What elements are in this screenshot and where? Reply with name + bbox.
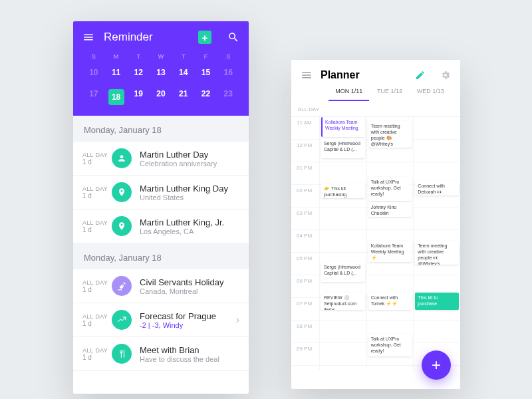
pin-icon bbox=[112, 216, 132, 236]
edit-icon[interactable] bbox=[415, 70, 426, 80]
calendar-day[interactable]: 11 bbox=[105, 64, 128, 81]
event-subtitle: Canada, Montreal bbox=[140, 287, 223, 295]
planner-card[interactable]: Serge (Hrenwood Capital & LD (... bbox=[321, 138, 365, 158]
planner-card[interactable]: Teem meeting with creative people 👀 @Whi… bbox=[415, 241, 459, 265]
calendar-day[interactable]: 15 bbox=[195, 64, 217, 81]
event-duration: 1 d bbox=[82, 320, 112, 327]
calendar-day[interactable]: 21 bbox=[172, 85, 195, 109]
hour-label: 06 PM bbox=[291, 275, 319, 297]
hour-label: 10 PM bbox=[291, 366, 319, 370]
event-duration: 1 d bbox=[82, 354, 112, 361]
gavel-icon bbox=[112, 276, 132, 296]
date-tab[interactable]: TUE 1/12 bbox=[369, 88, 410, 101]
event-item[interactable]: ALL DAY1 d Civil Servants HolidayCanada,… bbox=[73, 269, 249, 303]
calendar-day[interactable]: 20 bbox=[150, 85, 172, 109]
hour-label: 09 PM bbox=[291, 343, 319, 365]
hour-label: 08 PM bbox=[291, 321, 319, 342]
planner-grid: 11 AM12 PM01 PM02 PM03 PM04 PM05 PM06 PM… bbox=[291, 117, 460, 370]
weekday-label: T bbox=[127, 53, 150, 60]
event-badge: ALL DAY bbox=[82, 313, 112, 320]
weekday-label: S bbox=[82, 53, 105, 60]
event-item[interactable]: ALL DAY1 d Forecast for Prague-2 | -3, W… bbox=[73, 303, 249, 337]
planner-card[interactable]: Johnny Kino Checklin bbox=[368, 202, 412, 217]
menu-icon[interactable] bbox=[301, 69, 313, 81]
menu-icon[interactable] bbox=[82, 31, 94, 43]
weekday-label: W bbox=[150, 53, 172, 60]
event-badge: ALL DAY bbox=[82, 152, 112, 158]
planner-card[interactable]: Serge (Hrenwood Capital & LD (... bbox=[321, 262, 365, 282]
calendar-day[interactable]: 14 bbox=[172, 64, 195, 81]
section-title: Monday, January 18 bbox=[73, 243, 249, 269]
event-item[interactable]: ALL DAY1 d Meet with BrianHave to discus… bbox=[73, 337, 249, 371]
search-icon[interactable] bbox=[227, 31, 239, 43]
event-subtitle: United States bbox=[140, 194, 228, 201]
event-duration: 1 d bbox=[82, 158, 112, 166]
event-sections: Monday, January 18 ALL DAY1 d Martin Lut… bbox=[73, 116, 249, 371]
hour-label: 02 PM bbox=[291, 185, 319, 207]
event-badge: ALL DAY bbox=[82, 219, 112, 226]
calendar-day[interactable]: 17 bbox=[82, 85, 105, 109]
calendar-day[interactable]: 18 bbox=[105, 85, 128, 109]
event-title: Martin Luther King Day bbox=[140, 184, 228, 194]
event-badge: ALL DAY bbox=[82, 347, 112, 354]
weekday-label: F bbox=[195, 53, 217, 60]
event-title: Forecast for Prague bbox=[140, 311, 216, 321]
date-tab[interactable]: WED 1/13 bbox=[410, 88, 451, 101]
planner-card[interactable]: Connect with Tomek ⚡⚡ bbox=[368, 293, 412, 310]
planner-card[interactable]: This kit to purchase bbox=[415, 293, 459, 310]
event-item[interactable]: ALL DAY1 d Martin Luther DayCelebration … bbox=[73, 142, 249, 176]
event-title: Civil Servants Holiday bbox=[140, 277, 223, 287]
calendar-day[interactable]: 23 bbox=[217, 85, 239, 109]
event-title: Martin Luther King, Jr. bbox=[140, 217, 224, 227]
planner-card[interactable]: Kollabora Team Weekly Meeting bbox=[321, 117, 365, 137]
event-subtitle: Have to discuss the deal bbox=[140, 355, 219, 363]
app-title: Planner bbox=[321, 69, 407, 81]
calendar-day[interactable]: 19 bbox=[127, 85, 150, 109]
calendar-day[interactable]: 16 bbox=[217, 64, 239, 81]
planner-card[interactable]: Connect with Deborah 👀 bbox=[415, 181, 459, 196]
planner-card[interactable]: Talk at UXPro workshop. Get ready! bbox=[368, 334, 412, 356]
event-badge: ALL DAY bbox=[82, 186, 112, 192]
planner-app: Planner MON 1/11TUE 1/12WED 1/13 ALL DAY… bbox=[291, 60, 460, 389]
calendar-day[interactable]: 22 bbox=[195, 85, 217, 109]
hour-label: 11 AM bbox=[291, 117, 319, 139]
event-title: Meet with Brian bbox=[140, 345, 219, 355]
chevron-right-icon: › bbox=[236, 314, 239, 326]
event-item[interactable]: ALL DAY1 d Martin Luther King DayUnited … bbox=[73, 176, 249, 209]
event-duration: 1 d bbox=[82, 192, 112, 200]
event-duration: 1 d bbox=[82, 286, 112, 293]
hour-label: 05 PM bbox=[291, 253, 319, 275]
calendar-header: Reminder + SMTWTFS 101112131415161718192… bbox=[73, 21, 249, 116]
event-subtitle: -2 | -3, Windy bbox=[140, 321, 216, 329]
planner-card[interactable]: REVIEW ⚪ Setproduct.com items bbox=[321, 293, 365, 310]
calendar-day[interactable]: 12 bbox=[127, 64, 150, 81]
event-subtitle: Celebration anniversary bbox=[140, 160, 217, 168]
fab-add-button[interactable]: + bbox=[422, 350, 451, 380]
food-icon bbox=[112, 344, 132, 364]
calendar-day[interactable]: 10 bbox=[82, 64, 105, 81]
event-subtitle: Los Angeles, CA bbox=[140, 227, 224, 235]
planner-card[interactable]: 👉 This kit purchasing bbox=[321, 184, 365, 198]
hour-label: 04 PM bbox=[291, 230, 319, 252]
event-item[interactable]: ALL DAY1 d Martin Luther King, Jr.Los An… bbox=[73, 209, 249, 243]
date-tab[interactable]: MON 1/11 bbox=[329, 88, 369, 101]
weekday-label: M bbox=[105, 53, 128, 60]
weekday-row: SMTWTFS bbox=[82, 53, 239, 60]
allday-label: ALL DAY bbox=[291, 101, 460, 117]
planner-card[interactable]: Kollabora Team Weekly Meeting ⚡ bbox=[368, 241, 412, 262]
calendar-grid: 1011121314151617181920212223 bbox=[82, 64, 239, 109]
person-icon bbox=[112, 148, 132, 168]
hour-label: 03 PM bbox=[291, 207, 319, 229]
event-duration: 1 d bbox=[82, 226, 112, 233]
calendar-day[interactable]: 13 bbox=[150, 64, 172, 81]
planner-card[interactable]: Talk at UXPro workshop. Get ready! bbox=[368, 177, 412, 201]
hour-label: 07 PM bbox=[291, 298, 319, 320]
app-title: Reminder bbox=[104, 31, 189, 44]
event-badge: ALL DAY bbox=[82, 279, 112, 286]
planner-card[interactable]: Teem meeting with creative people 🎨 @Whi… bbox=[368, 121, 412, 148]
section-title: Monday, January 18 bbox=[73, 116, 249, 142]
add-button[interactable]: + bbox=[198, 31, 211, 44]
settings-icon[interactable] bbox=[440, 70, 451, 80]
reminder-app: Reminder + SMTWTFS 101112131415161718192… bbox=[73, 21, 249, 394]
date-tabs: MON 1/11TUE 1/12WED 1/13 bbox=[301, 88, 451, 101]
